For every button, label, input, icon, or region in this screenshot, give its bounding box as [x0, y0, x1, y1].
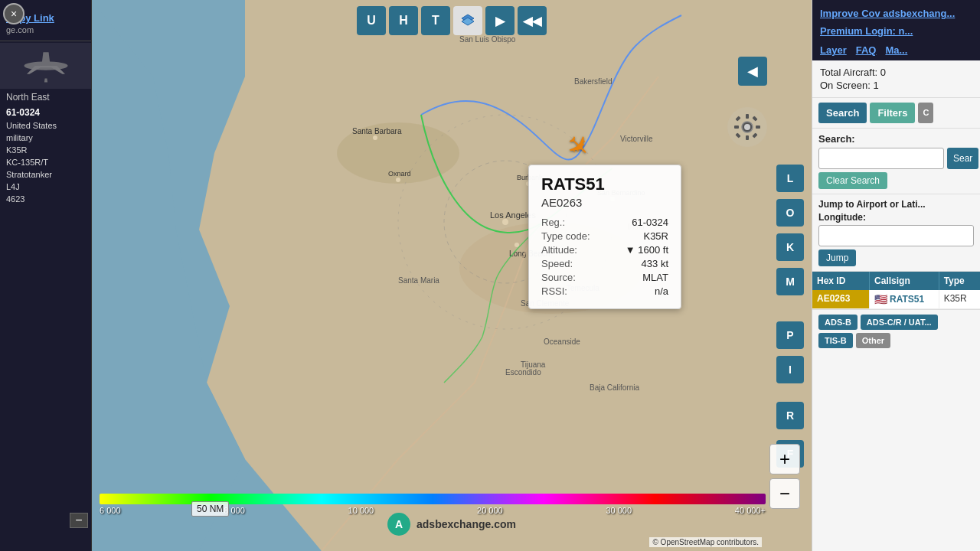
td-callsign: RATS51 — [890, 294, 924, 305]
site-url: ge.com — [0, 24, 91, 39]
popup-callsign: RATS51 — [541, 174, 668, 194]
jump-input[interactable] — [818, 225, 974, 246]
total-aircraft-value: 0 — [880, 67, 886, 78]
zoom-out-button[interactable]: − — [769, 478, 800, 509]
search-button[interactable]: Search — [818, 103, 867, 123]
svg-rect-42 — [735, 116, 740, 121]
btn-bwd[interactable]: ◀◀ — [518, 6, 547, 35]
total-aircraft-row: Total Aircraft: 0 — [820, 67, 972, 78]
table-header: Hex ID Callsign Type — [812, 272, 980, 290]
svg-rect-38 — [746, 114, 749, 119]
watermark: A adsbexchange.com — [387, 513, 516, 536]
svg-text:Bakersfield: Bakersfield — [574, 77, 612, 86]
faq-link[interactable]: FAQ — [856, 44, 877, 56]
search-go-button[interactable]: Sear — [947, 148, 978, 169]
th-hex-id[interactable]: Hex ID — [812, 272, 870, 290]
right-stats: Total Aircraft: 0 On Screen: 1 — [812, 60, 980, 98]
map-link[interactable]: Ma... — [885, 44, 907, 56]
map-toolbar: U H T ▶ ◀◀ — [357, 6, 547, 35]
jump-button[interactable]: Jump — [818, 249, 856, 266]
search-input[interactable] — [818, 148, 944, 169]
svg-text:Escondido: Escondido — [505, 368, 541, 377]
popup-speed-row: Speed: 433 kt — [541, 258, 668, 269]
clear-search-button[interactable]: Clear Search — [818, 172, 887, 189]
squawk-value: L4J — [0, 181, 91, 193]
popup-speed-value: 433 kt — [642, 258, 668, 269]
svg-rect-45 — [752, 132, 757, 138]
aircraft-silhouette — [15, 47, 77, 85]
svg-text:San Luis Obispo: San Luis Obispo — [459, 35, 516, 44]
popup-source-row: Source: MLAT — [541, 272, 668, 283]
th-type[interactable]: Type — [939, 272, 980, 290]
close-icon: × — [11, 8, 17, 20]
td-type: K35R — [939, 290, 980, 308]
longitude-label: Longitude: — [818, 212, 974, 223]
popup-source-label: Source: — [541, 272, 576, 283]
btn-h[interactable]: H — [389, 6, 418, 35]
btn-fwd[interactable]: ▶ — [485, 6, 514, 35]
popup-reg-row: Reg.: 61-0324 — [541, 217, 668, 228]
svg-point-37 — [744, 124, 750, 130]
country-value: United States — [0, 119, 91, 132]
zoom-in-button[interactable]: + — [769, 444, 800, 474]
svg-text:Tijuana: Tijuana — [521, 360, 546, 369]
popup-type-value: K35R — [643, 230, 668, 242]
svg-text:Victorville: Victorville — [620, 135, 653, 143]
layers-btn[interactable] — [453, 6, 482, 35]
filter-adsc[interactable]: ADS-C/R / UAT... — [861, 315, 938, 330]
td-flag-callsign: 🇺🇸 RATS51 — [870, 290, 939, 308]
search-section: Search: Sear Clear Search — [812, 129, 980, 194]
svg-text:Baja California: Baja California — [590, 383, 639, 392]
label-40000: 40 000+ — [735, 506, 766, 515]
aircraft-name: Stratotanker — [0, 168, 91, 181]
table-body: AE0263 🇺🇸 RATS51 K35R — [812, 290, 980, 309]
settings-gear-button[interactable] — [727, 107, 767, 147]
extra-button[interactable]: C — [918, 103, 933, 123]
filters-button[interactable]: Filters — [870, 103, 915, 123]
aircraft-popup: RATS51 AE0263 Reg.: 61-0324 Type code: K… — [528, 165, 681, 309]
svg-point-19 — [396, 178, 400, 182]
gear-icon — [733, 113, 761, 141]
td-hex: AE0263 — [812, 290, 870, 308]
svg-point-11 — [373, 135, 377, 140]
filter-adsb[interactable]: ADS-B — [818, 315, 858, 330]
svg-text:Oxnard: Oxnard — [388, 170, 411, 178]
btn-K[interactable]: K — [776, 233, 804, 261]
popup-reg-label: Reg.: — [541, 217, 565, 228]
jump-section: Jump to Airport or Lati... Longitude: Ju… — [812, 194, 980, 272]
label-30000: 30 000 — [606, 506, 632, 515]
map-container[interactable]: Los Angeles Santa Barbara Long Beach San… — [92, 0, 812, 551]
map-back-arrow[interactable]: ◀ — [738, 57, 767, 86]
btn-P[interactable]: P — [776, 321, 804, 349]
svg-text:Oceanside: Oceanside — [544, 337, 580, 346]
btn-R[interactable]: R — [776, 402, 804, 429]
label-6000: 6 000 — [100, 506, 121, 515]
th-callsign[interactable]: Callsign — [870, 272, 939, 290]
svg-rect-43 — [752, 116, 757, 121]
aircraft-image — [0, 43, 91, 89]
close-button[interactable]: × — [3, 3, 24, 24]
popup-rssi-value: n/a — [655, 285, 668, 297]
btn-t[interactable]: T — [421, 6, 450, 35]
btn-u[interactable]: U — [357, 6, 386, 35]
layer-link[interactable]: Layer — [820, 44, 847, 56]
btn-M[interactable]: M — [776, 268, 804, 295]
filter-tisb[interactable]: TIS-B — [818, 333, 853, 348]
registration-value: 61-0324 — [0, 106, 91, 119]
map-background: Los Angeles Santa Barbara Long Beach San… — [92, 0, 812, 551]
table-row[interactable]: AE0263 🇺🇸 RATS51 K35R — [812, 290, 980, 309]
source-filter-row: ADS-B ADS-C/R / UAT... TIS-B Other — [812, 309, 980, 353]
collapse-button[interactable]: − — [70, 513, 88, 528]
btn-I[interactable]: I — [776, 356, 804, 383]
watermark-logo: A — [387, 513, 410, 536]
total-aircraft-label: Total Aircraft: — [820, 67, 877, 78]
svg-text:Santa Maria: Santa Maria — [398, 276, 439, 285]
on-screen-value: 1 — [873, 80, 878, 91]
btn-L[interactable]: L — [776, 165, 804, 192]
premium-login-link[interactable]: Premium Login: n... — [820, 25, 972, 38]
popup-type-label: Type code: — [541, 230, 590, 242]
svg-marker-2 — [41, 52, 50, 66]
improve-coverage-link[interactable]: Improve Cov adsbexchang... — [820, 8, 972, 21]
filter-other[interactable]: Other — [856, 333, 890, 348]
btn-O[interactable]: O — [776, 199, 804, 227]
